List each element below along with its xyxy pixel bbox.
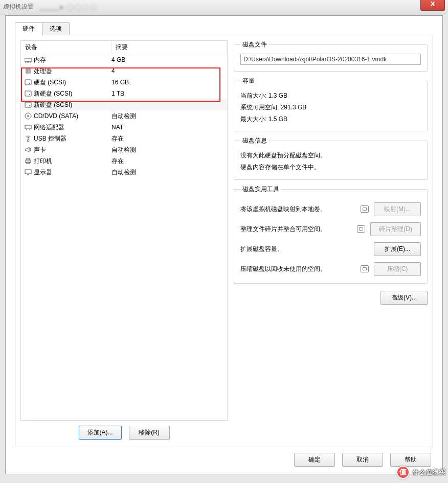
ok-button[interactable]: 确定 [294,453,335,467]
disk-icon [24,90,33,97]
capacity-max: 最大大小: 1.5 GB [240,113,421,125]
disk-icon [24,79,33,85]
disk-file-legend: 磁盘文件 [240,40,269,49]
device-row[interactable]: 显示器自动检测 [21,167,227,178]
expand-button[interactable]: 扩展(E)... [374,242,421,256]
svg-line-20 [26,136,28,137]
map-button[interactable]: 映射(M)... [374,202,421,216]
expand-desc: 扩展磁盘容量。 [240,245,355,254]
close-button[interactable]: X [420,0,445,11]
remove-button[interactable]: 移除(R) [129,426,170,440]
header-summary: 摘要 [111,41,227,54]
window-title: 虚拟机设置 [3,3,34,11]
add-button[interactable]: 添加(A)... [79,426,122,440]
help-button[interactable]: 帮助 [390,453,431,467]
capacity-current: 当前大小: 1.3 GB [240,90,421,102]
watermark-icon: 值 [396,466,410,479]
device-row[interactable]: 硬盘 (SCSI)16 GB [21,77,227,88]
device-row[interactable]: 新硬盘 (SCSI)1 TB [21,88,227,99]
device-summary: 1 TB [111,90,227,97]
display-icon [24,169,33,176]
device-row[interactable]: 处理器4 [21,65,227,77]
device-name: CD/DVD (SATA) [33,112,111,120]
svg-line-21 [28,136,30,138]
tab-panel: 设备 摘要 内存4 GB处理器4硬盘 (SCSI)16 GB新硬盘 (SCSI)… [15,35,433,447]
svg-point-14 [28,116,29,117]
close-icon: X [431,0,435,8]
compact-button[interactable]: 压缩(C) [374,262,421,276]
defrag-button[interactable]: 碎片整理(D) [370,222,421,236]
info-icon[interactable] [357,225,365,233]
utilities-legend: 磁盘实用工具 [240,185,281,194]
svg-point-10 [29,94,30,95]
cd-icon [24,112,33,120]
device-name: 新硬盘 (SCSI) [33,101,111,109]
svg-rect-11 [25,102,31,107]
device-name: 处理器 [33,67,111,76]
device-summary: 4 GB [111,56,227,63]
svg-rect-5 [26,69,30,73]
printer-icon [24,157,33,165]
device-row[interactable]: 网络适配器NAT [21,122,227,133]
watermark: 值 什么值得买 [396,466,446,479]
svg-rect-24 [27,158,30,160]
disk-icon [24,102,33,108]
disk-utilities-group: 磁盘实用工具 将该虚拟机磁盘映射到本地卷。 映射(M)... 整理文件碎片并整合… [234,185,428,284]
svg-point-13 [25,113,31,119]
tab-hardware[interactable]: 硬件 [15,22,42,35]
device-name: 打印机 [33,157,111,166]
capacity-group: 容量 当前大小: 1.3 GB 系统可用空间: 291.3 GB 最大大小: 1… [234,77,428,131]
compact-desc: 压缩磁盘以回收未使用的空间。 [240,265,355,273]
svg-rect-26 [25,170,31,174]
svg-point-8 [29,83,30,84]
cpu-icon [24,67,33,75]
device-name: 硬盘 (SCSI) [33,78,111,87]
device-summary: 自动检测 [111,146,227,154]
device-name: 网络适配器 [33,123,111,132]
svg-point-12 [29,105,30,106]
disk-file-group: 磁盘文件 [234,40,428,72]
info-icon[interactable] [361,205,369,213]
usb-icon [24,135,33,142]
capacity-free: 系统可用空间: 291.3 GB [240,102,421,113]
dialog-footer: 确定 取消 帮助 [6,453,442,474]
tab-bar: 硬件 选项 [15,22,442,35]
svg-point-18 [27,140,29,142]
device-name: 内存 [33,56,111,64]
nic-icon [24,124,33,130]
device-summary: 存在 [111,157,227,166]
device-row[interactable]: USB 控制器存在 [21,133,227,144]
device-name: 新硬盘 (SCSI) [33,89,111,98]
device-row[interactable]: 打印机存在 [21,155,227,167]
defrag-desc: 整理文件碎片并整合可用空间。 [240,225,352,234]
device-name: 显示器 [33,168,111,177]
disk-info-group: 磁盘信息 没有为此硬盘预分配磁盘空间。 硬盘内容存储在单个文件中。 [234,136,428,180]
svg-rect-6 [27,70,29,72]
device-summary: 16 GB [111,79,227,86]
disk-file-path[interactable] [240,54,421,65]
watermark-text: 什么值得买 [413,468,446,477]
svg-rect-0 [25,58,32,61]
device-row[interactable]: CD/DVD (SATA)自动检测 [21,110,227,122]
cancel-button[interactable]: 取消 [342,453,383,467]
svg-rect-7 [25,80,31,85]
device-row[interactable]: 声卡自动检测 [21,144,227,155]
device-row[interactable]: 新硬盘 (SCSI) [21,99,227,110]
tab-options[interactable]: 选项 [42,22,70,35]
disk-info-line2: 硬盘内容存储在单个文件中。 [240,162,421,173]
disk-info-legend: 磁盘信息 [240,136,269,145]
device-row[interactable]: 内存4 GB [21,54,227,65]
capacity-legend: 容量 [240,77,257,85]
map-desc: 将该虚拟机磁盘映射到本地卷。 [240,205,355,214]
vm-settings-dialog: 硬件 选项 设备 摘要 内存4 GB处理器4硬盘 (SCSI)16 GB新硬盘 … [5,15,443,474]
memory-icon [24,57,33,63]
device-list-header: 设备 摘要 [21,41,227,54]
svg-rect-15 [25,125,31,129]
device-list[interactable]: 设备 摘要 内存4 GB处理器4硬盘 (SCSI)16 GB新硬盘 (SCSI)… [20,40,228,421]
device-summary: NAT [111,124,227,131]
advanced-button[interactable]: 高级(V)... [380,291,428,305]
parent-app-toolbar: 虚拟机设置 ▁▁▁▁ ▶ ◯ ◯ ▢ ▢ X [0,0,448,14]
info-icon[interactable] [361,265,369,272]
device-summary: 存在 [111,134,227,143]
device-summary: 自动检测 [111,112,227,121]
